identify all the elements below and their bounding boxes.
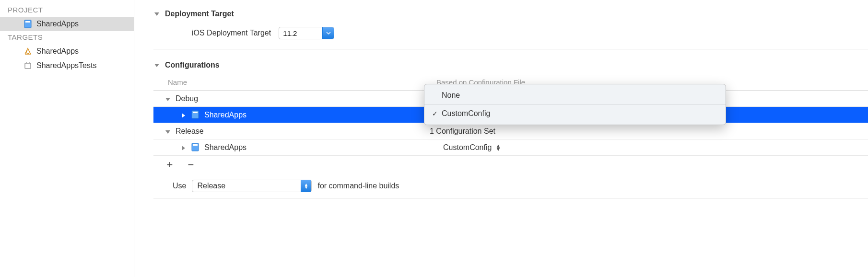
svg-rect-4 xyxy=(25,63,31,69)
deployment-target-label: iOS Deployment Target xyxy=(192,29,271,37)
app-target-icon xyxy=(23,46,33,56)
dropdown-item-label: None xyxy=(442,91,460,100)
xcode-project-icon xyxy=(191,110,200,120)
section-divider xyxy=(153,49,868,49)
config-row-release[interactable]: Release 1 Configuration Set xyxy=(153,123,868,139)
sidebar-project-item[interactable]: SharedApps xyxy=(0,17,134,31)
test-target-icon xyxy=(23,61,33,70)
chevron-down-icon[interactable] xyxy=(322,27,334,39)
sidebar-target-item[interactable]: SharedAppsTests xyxy=(0,58,134,73)
use-config-select[interactable]: Release ▲▼ xyxy=(192,180,312,192)
disclosure-triangle-icon xyxy=(153,62,160,69)
deployment-section-header[interactable]: Deployment Target xyxy=(153,10,868,18)
xcode-project-icon xyxy=(191,143,200,152)
config-name: Release xyxy=(176,127,430,136)
configurations-section-header[interactable]: Configurations xyxy=(153,61,868,69)
sidebar-project-label: SharedApps xyxy=(36,20,79,28)
svg-rect-10 xyxy=(193,144,198,146)
use-suffix-label: for command-line builds xyxy=(317,182,399,190)
disclosure-triangle-icon[interactable] xyxy=(180,144,187,151)
config-name: SharedApps xyxy=(204,111,444,119)
dropdown-item-customconfig[interactable]: ✓ CustomConfig xyxy=(424,104,726,123)
main-content: Deployment Target iOS Deployment Target … xyxy=(134,0,868,277)
use-config-value: Release xyxy=(197,182,301,190)
config-file-popup[interactable]: CustomConfig ▲▼ xyxy=(443,143,868,152)
config-file-value: 1 Configuration Set xyxy=(430,127,868,136)
configurations-table: None ✓ CustomConfig Debug xyxy=(153,90,868,198)
svg-rect-1 xyxy=(25,21,30,23)
deployment-section-title: Deployment Target xyxy=(165,10,234,18)
svg-rect-8 xyxy=(193,112,198,113)
config-file-dropdown[interactable]: None ✓ CustomConfig xyxy=(424,84,726,125)
disclosure-triangle-icon[interactable] xyxy=(165,95,172,102)
table-toolbar: + − xyxy=(153,156,868,174)
project-section-header: PROJECT xyxy=(0,4,134,17)
sidebar-target-label: SharedApps xyxy=(36,47,79,56)
checkmark-icon: ✓ xyxy=(432,110,442,117)
svg-point-3 xyxy=(26,51,29,54)
dropdown-item-label: CustomConfig xyxy=(442,109,490,118)
xcode-project-icon xyxy=(23,19,33,29)
configurations-section: Configurations Name Based on Configurati… xyxy=(153,61,868,198)
up-down-icon: ▲▼ xyxy=(301,180,311,192)
sidebar: PROJECT SharedApps TARGETS SharedApps Sh… xyxy=(0,0,134,277)
sidebar-target-item[interactable]: SharedApps xyxy=(0,44,134,58)
deployment-target-combo[interactable] xyxy=(279,27,334,39)
add-button[interactable]: + xyxy=(165,159,175,171)
config-name: SharedApps xyxy=(204,143,443,152)
disclosure-triangle-icon[interactable] xyxy=(165,128,172,135)
remove-button[interactable]: − xyxy=(186,159,196,171)
config-row-release-sharedapps[interactable]: SharedApps CustomConfig ▲▼ xyxy=(153,139,868,156)
disclosure-triangle-icon[interactable] xyxy=(180,112,187,118)
deployment-target-row: iOS Deployment Target xyxy=(153,27,868,39)
dropdown-item-none[interactable]: None xyxy=(424,86,726,104)
use-label: Use xyxy=(173,182,186,190)
targets-section-header: TARGETS xyxy=(0,31,134,44)
column-header-name[interactable]: Name xyxy=(168,78,436,86)
up-down-icon: ▲▼ xyxy=(495,144,501,151)
sidebar-target-label: SharedAppsTests xyxy=(36,61,96,70)
config-name: Debug xyxy=(176,94,415,103)
deployment-target-input[interactable] xyxy=(279,28,322,39)
disclosure-triangle-icon xyxy=(153,11,160,17)
deployment-section: Deployment Target iOS Deployment Target xyxy=(153,10,868,49)
use-config-row: Use Release ▲▼ for command-line builds xyxy=(153,174,868,198)
configurations-section-title: Configurations xyxy=(165,61,220,69)
